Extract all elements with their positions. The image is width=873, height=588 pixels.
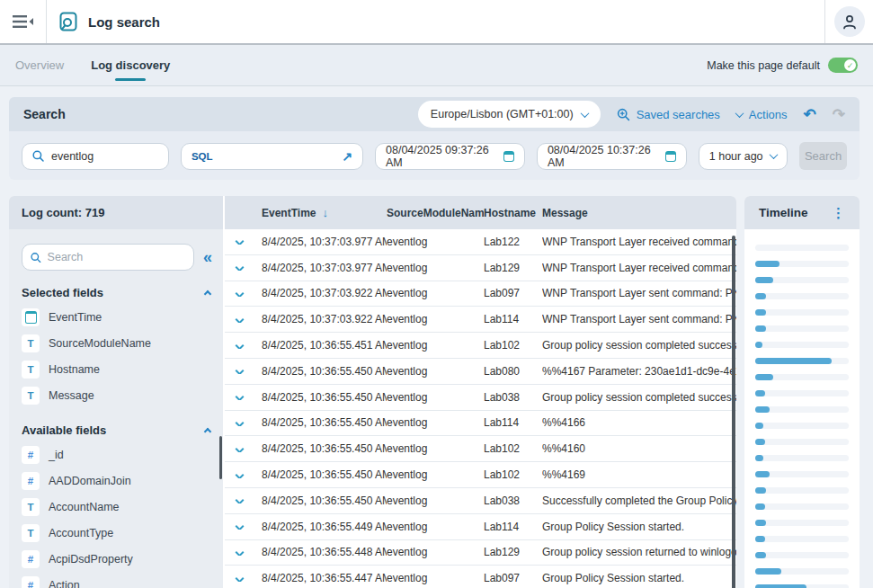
start-date-input[interactable]: 08/04/2025 09:37:26 AM [375, 143, 525, 170]
end-date-input[interactable]: 08/04/2025 10:37:26 AM [537, 143, 687, 170]
timeline-bar[interactable] [755, 487, 849, 494]
row-expand-chevron-icon[interactable] [236, 343, 245, 349]
column-eventtime[interactable]: EventTime ↓ [262, 206, 379, 219]
row-expand-chevron-icon[interactable] [236, 446, 245, 452]
timeline-bar[interactable] [755, 261, 849, 267]
timeline-bar[interactable] [755, 568, 849, 575]
row-expand-chevron-icon[interactable] [236, 394, 245, 400]
expand-query-icon[interactable]: ↗ [342, 149, 352, 164]
collapse-panel-icon[interactable]: « [203, 249, 212, 265]
timeline-bar[interactable] [755, 439, 849, 445]
timeline-bar-fill [755, 374, 773, 380]
column-sourcemodulename[interactable]: SourceModuleName [387, 207, 484, 219]
field-item[interactable]: # AcpiDsdProperty [22, 546, 212, 572]
calendar-icon[interactable] [665, 151, 676, 162]
available-fields-list: # _id # AADDomainJoin T AccountName [22, 441, 212, 588]
actions-menu-button[interactable]: Actions [736, 108, 788, 121]
row-expand-chevron-icon[interactable] [236, 368, 245, 374]
field-item[interactable]: T SourceModuleName [22, 330, 212, 356]
fields-scrollbar[interactable] [219, 436, 222, 479]
timeline-bar[interactable] [755, 584, 849, 588]
table-row[interactable]: 8/4/2025, 10:36:55.447 AM eventlog Lab09… [225, 566, 736, 588]
field-item[interactable]: # _id [22, 441, 212, 468]
make-default-toggle[interactable]: ✓ [828, 58, 858, 73]
timeline-bar[interactable] [755, 325, 849, 332]
field-item[interactable]: T AccountName [22, 494, 212, 520]
user-avatar[interactable] [834, 6, 865, 37]
row-expand-chevron-icon[interactable] [236, 238, 245, 245]
undo-button[interactable]: ↶ [804, 107, 816, 122]
sidebar-collapse-button[interactable] [0, 0, 47, 43]
table-row[interactable]: 8/4/2025, 10:37:03.922 AM eventlog Lab09… [225, 281, 736, 307]
timeline-bar[interactable] [755, 342, 849, 348]
redo-button[interactable]: ↷ [833, 107, 845, 122]
timeline-bar[interactable] [755, 423, 849, 429]
row-expand-chevron-icon[interactable] [236, 420, 245, 426]
table-row[interactable]: 8/4/2025, 10:36:55.450 AM eventlog Lab10… [225, 462, 736, 488]
fields-search-box[interactable] [22, 244, 194, 271]
table-row[interactable]: 8/4/2025, 10:37:03.977 AM eventlog Lab12… [225, 255, 736, 281]
time-range-select[interactable]: 1 hour ago [699, 143, 788, 170]
timeline-bar[interactable] [755, 358, 849, 364]
row-expand-chevron-icon[interactable] [236, 523, 245, 530]
table-row[interactable]: 8/4/2025, 10:36:55.450 AM eventlog Lab08… [225, 359, 736, 385]
saved-searches-button[interactable]: Saved searches [617, 108, 720, 121]
row-expand-chevron-icon[interactable] [236, 497, 245, 503]
row-expand-chevron-icon[interactable] [236, 575, 245, 582]
timeline-bar-fill [755, 471, 770, 477]
field-item[interactable]: # AADDomainJoin [22, 468, 212, 494]
timeline-bar[interactable] [755, 520, 849, 526]
column-message[interactable]: Message [542, 207, 736, 219]
timeline-bar[interactable] [755, 471, 849, 477]
cell-eventtime: 8/4/2025, 10:36:55.450 AM [262, 468, 387, 481]
tab-log-discovery[interactable]: Log discovery [91, 45, 170, 85]
row-expand-chevron-icon[interactable] [236, 549, 245, 556]
query-input[interactable]: eventlog [22, 143, 169, 170]
sort-desc-icon[interactable]: ↓ [322, 206, 328, 219]
table-row[interactable]: 8/4/2025, 10:36:55.449 AM eventlog Lab11… [225, 514, 736, 540]
timeline-bar[interactable] [755, 277, 849, 283]
row-expand-chevron-icon[interactable] [236, 290, 245, 297]
table-scrollbar[interactable] [732, 236, 735, 588]
search-button[interactable]: Search [799, 142, 847, 170]
timeline-bar[interactable] [755, 455, 849, 461]
calendar-icon[interactable] [503, 151, 514, 162]
timeline-bar[interactable] [755, 374, 849, 380]
table-row[interactable]: 8/4/2025, 10:37:03.977 AM eventlog Lab12… [225, 229, 736, 255]
field-item[interactable]: T AccountType [22, 520, 212, 546]
table-row[interactable]: 8/4/2025, 10:36:55.448 AM eventlog Lab12… [225, 540, 736, 566]
field-item[interactable]: # Action [22, 572, 212, 588]
row-expand-chevron-icon[interactable] [236, 316, 245, 323]
sql-query-input[interactable]: SQL ↗ [181, 143, 363, 170]
available-fields-label: Available fields [22, 423, 106, 437]
table-row[interactable]: 8/4/2025, 10:36:55.450 AM eventlog Lab03… [225, 385, 736, 411]
row-expand-chevron-icon[interactable] [236, 472, 245, 478]
table-row[interactable]: 8/4/2025, 10:36:55.451 AM eventlog Lab10… [225, 333, 736, 359]
table-row[interactable]: 8/4/2025, 10:36:55.450 AM eventlog Lab11… [225, 411, 736, 437]
field-item[interactable]: T Message [22, 382, 212, 408]
timeline-bar[interactable] [755, 503, 849, 510]
timeline-bar[interactable] [755, 390, 849, 396]
timeline-title: Timeline [759, 206, 808, 219]
cell-eventtime: 8/4/2025, 10:36:55.450 AM [262, 442, 387, 455]
column-hostname[interactable]: Hostname [484, 207, 542, 219]
kebab-menu-icon[interactable]: ⋮ [832, 205, 845, 221]
cell-hostname: Lab114 [484, 521, 542, 533]
fields-search-input[interactable] [48, 251, 185, 263]
timeline-bar[interactable] [755, 552, 849, 558]
selected-fields-header[interactable]: Selected fields [22, 286, 210, 299]
available-fields-header[interactable]: Available fields [22, 423, 210, 437]
field-item[interactable]: EventTime [22, 304, 212, 330]
timeline-bar[interactable] [755, 406, 849, 413]
timeline-bar[interactable] [755, 309, 849, 316]
table-row[interactable]: 8/4/2025, 10:36:55.450 AM eventlog Lab10… [225, 436, 736, 462]
timeline-bar[interactable] [755, 536, 849, 542]
tab-overview[interactable]: Overview [15, 45, 64, 85]
row-expand-chevron-icon[interactable] [236, 264, 245, 271]
timeline-bar[interactable] [755, 293, 849, 299]
table-row[interactable]: 8/4/2025, 10:36:55.450 AM eventlog Lab03… [225, 488, 736, 514]
timeline-bar[interactable] [755, 245, 849, 251]
table-row[interactable]: 8/4/2025, 10:37:03.922 AM eventlog Lab11… [225, 307, 736, 333]
field-item[interactable]: T Hostname [22, 356, 212, 382]
timezone-select[interactable]: Europe/Lisbon (GMT+01:00) [418, 101, 601, 128]
